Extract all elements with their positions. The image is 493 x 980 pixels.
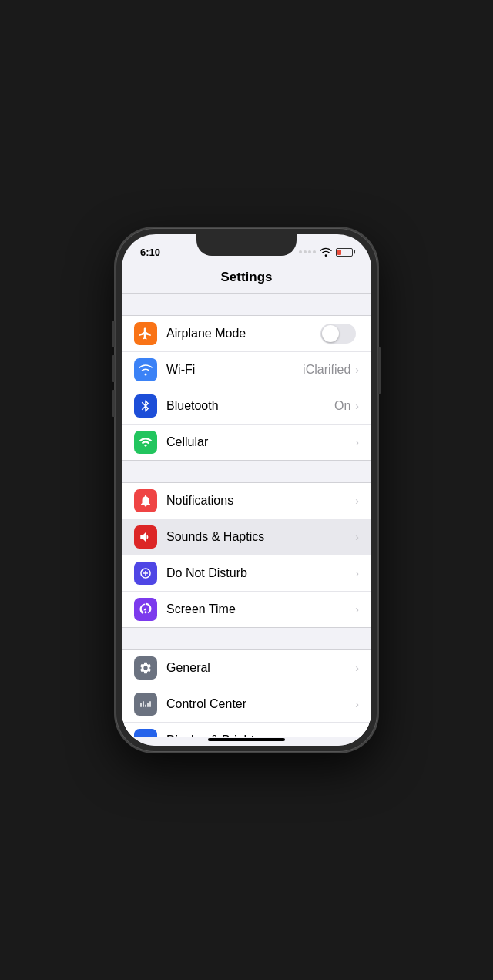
airplane-mode-label: Airplane Mode: [166, 327, 320, 341]
settings-row-control-center[interactable]: Control Center ›: [122, 686, 371, 723]
control-center-chevron: ›: [355, 698, 359, 710]
wifi-chevron: ›: [355, 364, 359, 376]
bluetooth-value: On: [334, 399, 350, 413]
airplane-mode-icon: [134, 322, 157, 345]
do-not-disturb-chevron: ›: [355, 567, 359, 579]
status-icons: [299, 247, 353, 257]
battery-icon: [336, 248, 353, 257]
screen-time-label: Screen Time: [166, 602, 355, 616]
do-not-disturb-icon: [134, 562, 157, 585]
display-brightness-icon: AA: [134, 729, 157, 737]
settings-row-do-not-disturb[interactable]: Do Not Disturb ›: [122, 555, 371, 592]
notifications-chevron: ›: [355, 495, 359, 507]
bluetooth-label: Bluetooth: [166, 399, 334, 413]
phone-screen: 6:10: [122, 234, 371, 746]
settings-row-bluetooth[interactable]: Bluetooth On ›: [122, 388, 371, 425]
screen-time-icon: [134, 598, 157, 621]
settings-row-general[interactable]: General ›: [122, 650, 371, 686]
signal-icon: [299, 250, 316, 253]
settings-list[interactable]: Airplane Mode Wi-Fi iClarified ›: [122, 294, 371, 737]
status-time: 6:10: [140, 247, 160, 258]
section-gap-3: [122, 628, 371, 649]
sounds-icon: [134, 525, 157, 549]
cellular-label: Cellular: [166, 435, 355, 449]
control-center-icon: [134, 693, 157, 716]
sounds-label: Sounds & Haptics: [166, 530, 355, 544]
settings-row-display-brightness[interactable]: AA Display & Brightness ›: [122, 723, 371, 737]
phone-frame: 6:10: [116, 228, 377, 752]
section-connectivity: Airplane Mode Wi-Fi iClarified ›: [122, 315, 371, 461]
cellular-chevron: ›: [355, 436, 359, 448]
sounds-chevron: ›: [355, 531, 359, 543]
wifi-settings-icon: [134, 358, 157, 381]
wifi-value: iClarified: [303, 363, 350, 377]
control-center-label: Control Center: [166, 697, 355, 711]
notch: [196, 234, 297, 256]
section-gap-1: [122, 294, 371, 315]
do-not-disturb-label: Do Not Disturb: [166, 566, 355, 580]
wifi-label: Wi-Fi: [166, 363, 303, 377]
screen-content: Settings Airplane Mode: [122, 263, 371, 746]
section-notifications: Notifications › Sounds & Haptics ›: [122, 482, 371, 628]
wifi-icon: [320, 247, 332, 257]
nav-header: Settings: [122, 263, 371, 294]
page-title: Settings: [220, 270, 272, 284]
screen-time-chevron: ›: [355, 603, 359, 616]
settings-row-wifi[interactable]: Wi-Fi iClarified ›: [122, 352, 371, 388]
general-label: General: [166, 661, 355, 675]
settings-row-cellular[interactable]: Cellular ›: [122, 425, 371, 460]
display-brightness-chevron: ›: [355, 734, 359, 737]
notifications-label: Notifications: [166, 494, 355, 508]
airplane-mode-toggle[interactable]: [320, 324, 356, 344]
bluetooth-icon: [134, 394, 157, 418]
settings-row-screen-time[interactable]: Screen Time ›: [122, 592, 371, 627]
general-chevron: ›: [355, 662, 359, 674]
general-icon: [134, 656, 157, 680]
settings-row-notifications[interactable]: Notifications ›: [122, 483, 371, 519]
bluetooth-chevron: ›: [355, 400, 359, 412]
cellular-icon: [134, 431, 157, 454]
notifications-icon: [134, 489, 157, 512]
section-general: General › Control Center › A: [122, 649, 371, 737]
section-gap-2: [122, 461, 371, 482]
settings-row-sounds-haptics[interactable]: Sounds & Haptics ›: [122, 519, 371, 555]
display-brightness-label: Display & Brightness: [166, 733, 355, 737]
home-bar: [208, 738, 285, 741]
settings-row-airplane-mode[interactable]: Airplane Mode: [122, 316, 371, 352]
